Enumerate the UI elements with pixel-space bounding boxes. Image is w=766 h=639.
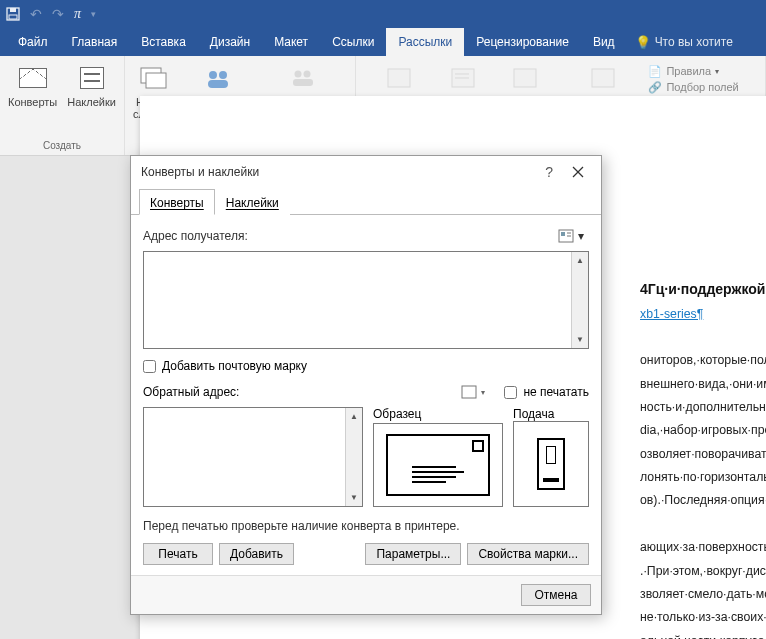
tab-mailings[interactable]: Рассылки [386,28,464,56]
envelope-icon [17,62,49,94]
svg-point-8 [295,71,302,78]
pi-icon[interactable]: π [74,6,81,22]
rules-button: 📄Правила▾ [648,64,742,78]
scroll-down-icon[interactable]: ▼ [572,331,588,348]
scrollbar[interactable]: ▲ ▼ [571,252,588,348]
recipient-address-field: ▲ ▼ [143,251,589,349]
svg-point-9 [304,71,311,78]
recipient-address-input[interactable] [144,252,571,348]
doc-text [640,326,766,349]
address-book-button[interactable]: ▾ [553,225,589,247]
recipients-icon [202,62,234,94]
svg-rect-7 [208,80,228,88]
tab-envelopes[interactable]: Конверты [139,189,215,215]
add-postage-checkbox[interactable]: Добавить почтовую марку [143,359,589,373]
labels-button[interactable]: Наклейки [65,60,118,108]
address-book-icon [461,384,479,400]
help-button[interactable]: ? [535,160,563,184]
print-button[interactable]: Печать [143,543,213,565]
svg-rect-11 [388,69,410,87]
dialog-tabs: Конверты Наклейки [131,188,601,215]
ribbon-group-create: Конверты Наклейки Создать [0,56,125,155]
group-label: Создать [6,140,118,153]
feed-preview[interactable] [513,421,589,507]
tab-file[interactable]: Файл [6,28,60,56]
insert-field-icon [587,62,619,94]
envelopes-button[interactable]: Конверты [6,60,59,108]
labels-icon [76,62,108,94]
match-fields-button: 🔗Подбор полей [648,80,742,94]
customize-qat-icon[interactable]: ▾ [91,9,96,19]
cancel-button[interactable]: Отмена [521,584,591,606]
tab-layout[interactable]: Макет [262,28,320,56]
doc-text: озволяет·поворачивать·мо [640,443,766,466]
quick-access-toolbar: ↶ ↷ π ▾ [0,0,766,28]
return-address-label: Обратный адрес: [143,385,239,399]
doc-text: ность·и·дополнительные· [640,396,766,419]
add-postage-input[interactable] [143,360,156,373]
doc-text: альной·части·корпуса·—·порядк [640,630,766,639]
return-address-input[interactable] [144,408,345,506]
return-address-field: ▲ ▼ [143,407,363,507]
greeting-icon [509,62,541,94]
scroll-up-icon[interactable]: ▲ [572,252,588,269]
envelope-preview[interactable] [373,423,503,507]
doc-hyperlink[interactable]: xb1-series¶ [640,307,703,321]
scroll-up-icon[interactable]: ▲ [346,408,362,425]
printer-note: Перед печатью проверьте наличие конверта… [143,519,589,533]
ribbon-tabs: Файл Главная Вставка Дизайн Макет Ссылки… [0,28,766,56]
tab-home[interactable]: Главная [60,28,130,56]
tab-design[interactable]: Дизайн [198,28,262,56]
match-icon: 🔗 [648,80,662,94]
tell-me-search[interactable]: 💡 Что вы хотите [627,28,741,56]
address-book-icon [558,228,576,244]
svg-rect-23 [462,386,476,398]
dialog-title: Конверты и наклейки [141,165,259,179]
doc-text: ов).·Последняя·опция·ско [640,489,766,512]
svg-rect-10 [293,79,313,86]
svg-rect-20 [561,232,565,236]
add-to-document-button[interactable]: Добавить [219,543,294,565]
dialog-titlebar[interactable]: Конверты и наклейки ? [131,156,601,188]
tab-review[interactable]: Рецензирование [464,28,581,56]
doc-text: .·При·этом,·вокруг·диспле [640,560,766,583]
mail-merge-icon [138,62,170,94]
svg-rect-1 [10,8,16,12]
doc-text: не·только·из-за·своих·вне [640,606,766,629]
rules-icon: 📄 [648,64,662,78]
sample-label: Образец [373,407,503,421]
redo-icon[interactable]: ↷ [52,6,64,22]
tab-view[interactable]: Вид [581,28,627,56]
doc-text: ающих·за·поверхность·э [640,536,766,559]
svg-rect-15 [514,69,536,87]
svg-rect-16 [592,69,614,87]
close-icon [572,166,584,178]
doc-text: ониторов,·которые·получ [640,349,766,372]
address-block-icon [447,62,479,94]
no-print-checkbox[interactable]: не печатать [504,385,589,399]
doc-heading: 4Гц·и·поддержкой·G-Syn [640,276,766,303]
undo-icon[interactable]: ↶ [30,6,42,22]
highlight-icon [383,62,415,94]
envelopes-labels-dialog: Конверты и наклейки ? Конверты Наклейки … [130,155,602,615]
doc-text: внешнего·вида,·они·имею [640,373,766,396]
return-address-book-button[interactable]: ▾ [456,381,490,403]
stamp-properties-button[interactable]: Свойства марки... [467,543,589,565]
feed-orientation-icon [537,438,565,490]
scrollbar[interactable]: ▲ ▼ [345,408,362,506]
options-button[interactable]: Параметры... [365,543,461,565]
feed-label: Подача [513,407,589,421]
tab-labels[interactable]: Наклейки [215,189,290,215]
doc-text: лонять·по·горизонтальной [640,466,766,489]
no-print-input[interactable] [504,386,517,399]
close-button[interactable] [563,160,593,184]
scroll-down-icon[interactable]: ▼ [346,489,362,506]
lightbulb-icon: 💡 [635,35,651,50]
tab-references[interactable]: Ссылки [320,28,386,56]
doc-text [640,513,766,536]
edit-list-icon [287,62,319,94]
tell-me-label: Что вы хотите [655,35,733,49]
save-icon[interactable] [6,7,20,21]
svg-rect-4 [146,73,166,88]
tab-insert[interactable]: Вставка [129,28,198,56]
